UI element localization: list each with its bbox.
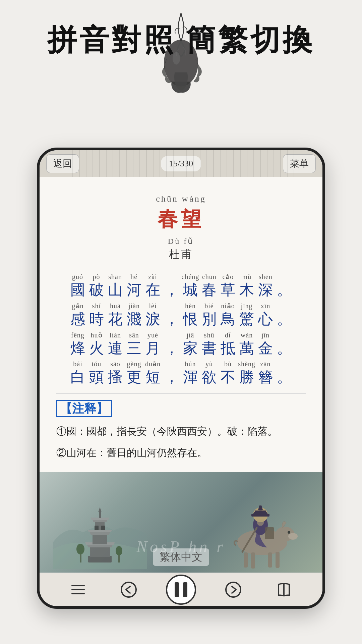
next-button[interactable]: [220, 576, 247, 603]
menu-button[interactable]: 菜单: [283, 154, 316, 173]
play-pause-button[interactable]: [166, 575, 196, 605]
char-block[interactable]: lèi淚: [144, 301, 162, 328]
char-text: 連: [107, 340, 124, 358]
char-pinyin: fēng: [71, 330, 84, 340]
char-pinyin: mù: [242, 272, 252, 281]
back-button[interactable]: 返回: [46, 154, 79, 173]
poem-title: 春望: [56, 206, 306, 233]
char-text: 恨: [182, 311, 199, 328]
char-pinyin: huǒ: [91, 330, 103, 340]
char-block[interactable]: gèng更: [125, 359, 143, 386]
char-block[interactable]: dǐ抵: [219, 330, 237, 358]
char-block[interactable]: sān三: [125, 330, 143, 358]
book-nav-button[interactable]: [270, 576, 297, 603]
notes-title: 【注释】: [56, 400, 306, 417]
char-block[interactable]: 。: [276, 301, 293, 328]
char-block[interactable]: 。: [276, 359, 293, 386]
char-block[interactable]: fēng烽: [69, 330, 86, 358]
notes-text: ①國：國都，指長安（今陝西西安）。破：陷落。②山河在：舊日的山河仍然存在。: [56, 422, 306, 462]
char-block[interactable]: chūn春: [200, 272, 218, 299]
char-block[interactable]: mù木: [238, 272, 255, 299]
char-block[interactable]: duǎn短: [144, 359, 162, 386]
char-text: 。: [276, 281, 293, 299]
notes-section: 【注释】 ①國：國都，指長安（今陝西西安）。破：陷落。②山河在：舊日的山河仍然存…: [56, 400, 306, 472]
char-block[interactable]: shān山: [107, 272, 124, 299]
char-block[interactable]: jīng驚: [238, 301, 255, 328]
char-text: 簪: [257, 369, 274, 386]
svg-point-32: [121, 582, 136, 597]
char-block[interactable]: wàn萬: [238, 330, 255, 358]
char-pinyin: bù: [224, 359, 232, 369]
char-pinyin: cǎo: [222, 272, 234, 281]
char-block[interactable]: jiā家: [182, 330, 199, 358]
char-text: 國: [69, 281, 86, 299]
poem-pinyin-title: chūn wàng: [56, 194, 306, 204]
char-block[interactable]: cǎo草: [219, 272, 237, 299]
char-block[interactable]: ，: [163, 272, 180, 299]
char-block[interactable]: lián連: [107, 330, 124, 358]
char-text: 草: [219, 281, 237, 299]
char-block[interactable]: jīn金: [257, 330, 274, 358]
char-block[interactable]: shū書: [200, 330, 218, 358]
char-block[interactable]: gǎn感: [69, 301, 86, 328]
char-block[interactable]: huā花: [107, 301, 124, 328]
char-block[interactable]: hún渾: [182, 359, 199, 386]
char-block[interactable]: bié別: [200, 301, 218, 328]
char-block[interactable]: zài在: [144, 272, 162, 299]
char-block[interactable]: hé河: [125, 272, 143, 299]
char-pinyin: sān: [129, 330, 139, 340]
char-pinyin: xīn: [261, 301, 270, 311]
char-block[interactable]: sāo搔: [107, 359, 124, 386]
char-text: 在: [144, 281, 162, 299]
char-text: 深: [257, 281, 274, 299]
svg-rect-34: [183, 582, 187, 597]
char-text: 月: [144, 340, 162, 358]
char-text: 萬: [238, 340, 255, 358]
char-text: 心: [257, 311, 274, 328]
char-text: 破: [88, 281, 105, 299]
svg-rect-33: [175, 582, 179, 597]
svg-rect-4: [90, 547, 110, 557]
char-pinyin: bái: [73, 359, 82, 369]
char-text: 。: [276, 311, 293, 328]
char-pinyin: jīn: [261, 330, 269, 340]
poem-divider: [56, 393, 306, 394]
char-block[interactable]: yù欲: [200, 359, 218, 386]
char-block[interactable]: zān簪: [257, 359, 274, 386]
char-block[interactable]: xīn心: [257, 301, 274, 328]
char-block[interactable]: 。: [276, 272, 293, 299]
char-block[interactable]: shí時: [88, 301, 105, 328]
char-block[interactable]: ，: [163, 301, 180, 328]
char-block[interactable]: bái白: [69, 359, 86, 386]
char-block[interactable]: guó國: [69, 272, 86, 299]
char-block[interactable]: tóu頭: [88, 359, 105, 386]
app-header: 返回 15/330 菜单: [40, 150, 322, 177]
author-pinyin: Dù fǔ: [56, 236, 306, 246]
char-block[interactable]: chéng城: [182, 272, 199, 299]
char-block[interactable]: huǒ火: [88, 330, 105, 358]
svg-point-22: [288, 531, 290, 534]
char-text: 城: [182, 281, 199, 299]
char-block[interactable]: niǎo鳥: [219, 301, 237, 328]
prev-button[interactable]: [115, 576, 142, 603]
char-text: 花: [107, 311, 124, 328]
menu-nav-button[interactable]: [65, 576, 92, 603]
svg-point-14: [116, 546, 122, 555]
promo-title: 拼音對照 簡繁切換: [47, 20, 315, 60]
char-block[interactable]: hèn恨: [182, 301, 199, 328]
char-block[interactable]: shēn深: [257, 272, 274, 299]
char-pinyin: jiàn: [128, 301, 140, 311]
char-block[interactable]: 。: [276, 330, 293, 358]
char-text: 勝: [238, 369, 255, 386]
char-block[interactable]: bù不: [219, 359, 237, 386]
char-block[interactable]: pò破: [88, 272, 105, 299]
char-block[interactable]: ，: [163, 359, 180, 386]
char-block[interactable]: ，: [163, 330, 180, 358]
char-pinyin: tóu: [92, 359, 102, 369]
char-pinyin: zān: [260, 359, 271, 369]
char-block[interactable]: shèng勝: [238, 359, 255, 386]
char-block[interactable]: yuè月: [144, 330, 162, 358]
char-text: 更: [125, 369, 143, 386]
char-block[interactable]: jiàn濺: [125, 301, 143, 328]
char-text: ，: [163, 311, 180, 328]
